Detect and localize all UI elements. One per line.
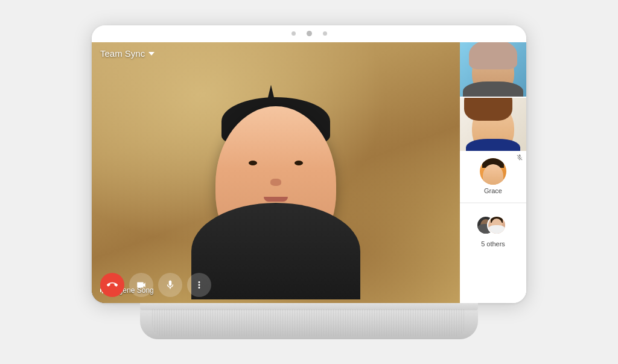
participant-others[interactable]: 5 others — [460, 202, 526, 260]
other-avatar-2 — [487, 216, 506, 235]
participant-video-2 — [460, 98, 526, 151]
mic-icon — [165, 279, 176, 290]
video-toggle-button[interactable] — [129, 273, 153, 297]
grace-face-container — [482, 158, 505, 185]
hair1 — [469, 42, 517, 69]
device-base-fabric — [152, 309, 466, 336]
body1 — [463, 81, 523, 97]
device-base — [140, 303, 478, 339]
meeting-header: Team Sync — [92, 42, 460, 65]
grace-name-label: Grace — [484, 187, 502, 194]
video-icon — [136, 279, 147, 290]
end-call-button[interactable] — [100, 273, 124, 297]
meeting-title[interactable]: Team Sync — [100, 48, 154, 59]
main-speaker-video — [92, 42, 460, 303]
others-label: 5 others — [481, 240, 505, 247]
content-area: Team Sync — [92, 42, 526, 303]
device-wrapper: Team Sync — [92, 25, 526, 339]
others-avatars — [476, 216, 510, 237]
chevron-down-icon — [148, 52, 154, 56]
participant-thumb-1[interactable] — [460, 42, 526, 97]
sensor-left — [291, 31, 296, 36]
device-screen: Team Sync — [92, 25, 526, 303]
grace-face — [483, 164, 503, 185]
main-video-area: Team Sync — [92, 42, 460, 303]
main-video-feed: Eugene Song — [92, 42, 460, 303]
oa2-body — [488, 225, 505, 235]
camera-dot — [307, 31, 312, 36]
body2 — [466, 139, 520, 151]
participant-thumb-2[interactable] — [460, 97, 526, 151]
more-options-button[interactable] — [187, 273, 211, 297]
sensor-right — [323, 31, 327, 36]
mic-toggle-button[interactable] — [158, 273, 182, 297]
device-top-bar — [92, 25, 526, 42]
hair2 — [464, 98, 512, 121]
participants-sidebar: Grace 5 other — [460, 42, 526, 303]
phone-end-icon — [107, 279, 118, 290]
participant-grace[interactable]: Grace — [460, 151, 526, 202]
grace-avatar — [480, 158, 506, 185]
more-vert-icon — [194, 279, 205, 290]
meeting-title-text: Team Sync — [100, 48, 145, 59]
participant-video-1 — [460, 42, 526, 97]
mute-icon — [516, 154, 523, 163]
controls-bar — [92, 267, 460, 303]
